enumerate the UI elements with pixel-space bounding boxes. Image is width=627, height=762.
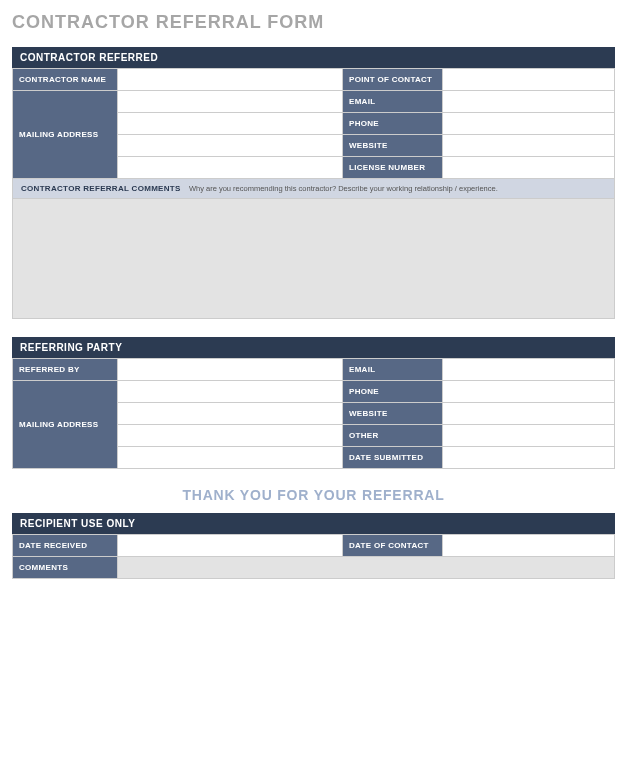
recipient-use-only-table: DATE RECEIVED DATE OF CONTACT COMMENTS	[12, 534, 615, 579]
email-label: EMAIL	[343, 91, 443, 113]
recipient-use-only-section: RECIPIENT USE ONLY DATE RECEIVED DATE OF…	[12, 513, 615, 579]
referral-comments-body[interactable]	[12, 199, 615, 319]
date-of-contact-value[interactable]	[443, 535, 615, 557]
rp-mailing-address-value-4[interactable]	[118, 447, 343, 469]
rp-mailing-address-value-2[interactable]	[118, 403, 343, 425]
rp-phone-value[interactable]	[443, 381, 615, 403]
referral-comments-hint: Why are you recommending this contractor…	[189, 184, 498, 193]
referred-by-value[interactable]	[118, 359, 343, 381]
referring-party-header: REFERRING PARTY	[12, 337, 615, 358]
mailing-address-label: MAILING ADDRESS	[13, 91, 118, 179]
referring-party-section: REFERRING PARTY REFERRED BY EMAIL MAILIN…	[12, 337, 615, 469]
recipient-comments-label: COMMENTS	[13, 557, 118, 579]
license-number-value[interactable]	[443, 157, 615, 179]
rp-mailing-address-value-3[interactable]	[118, 425, 343, 447]
mailing-address-value-2[interactable]	[118, 113, 343, 135]
point-of-contact-value[interactable]	[443, 69, 615, 91]
referring-party-table: REFERRED BY EMAIL MAILING ADDRESS PHONE …	[12, 358, 615, 469]
license-number-label: LICENSE NUMBER	[343, 157, 443, 179]
date-received-label: DATE RECEIVED	[13, 535, 118, 557]
referral-comments-label: CONTRACTOR REFERRAL COMMENTS	[21, 184, 181, 193]
mailing-address-value-1[interactable]	[118, 91, 343, 113]
rp-website-value[interactable]	[443, 403, 615, 425]
referred-by-label: REFERRED BY	[13, 359, 118, 381]
contractor-referred-header: CONTRACTOR REFERRED	[12, 47, 615, 68]
rp-email-label: EMAIL	[343, 359, 443, 381]
rp-other-value[interactable]	[443, 425, 615, 447]
thank-you-text: THANK YOU FOR YOUR REFERRAL	[12, 487, 615, 503]
rp-email-value[interactable]	[443, 359, 615, 381]
website-value[interactable]	[443, 135, 615, 157]
phone-value[interactable]	[443, 113, 615, 135]
rp-date-submitted-value[interactable]	[443, 447, 615, 469]
contractor-name-value[interactable]	[118, 69, 343, 91]
contractor-name-label: CONTRACTOR NAME	[13, 69, 118, 91]
rp-other-label: OTHER	[343, 425, 443, 447]
phone-label: PHONE	[343, 113, 443, 135]
contractor-referred-table: CONTRACTOR NAME POINT OF CONTACT MAILING…	[12, 68, 615, 179]
rp-date-submitted-label: DATE SUBMITTED	[343, 447, 443, 469]
point-of-contact-label: POINT OF CONTACT	[343, 69, 443, 91]
rp-website-label: WEBSITE	[343, 403, 443, 425]
email-value[interactable]	[443, 91, 615, 113]
date-of-contact-label: DATE OF CONTACT	[343, 535, 443, 557]
page-title: CONTRACTOR REFERRAL FORM	[12, 12, 615, 33]
website-label: WEBSITE	[343, 135, 443, 157]
contractor-referred-section: CONTRACTOR REFERRED CONTRACTOR NAME POIN…	[12, 47, 615, 319]
recipient-use-only-header: RECIPIENT USE ONLY	[12, 513, 615, 534]
mailing-address-value-3[interactable]	[118, 135, 343, 157]
mailing-address-value-4[interactable]	[118, 157, 343, 179]
rp-mailing-address-label: MAILING ADDRESS	[13, 381, 118, 469]
recipient-comments-value[interactable]	[118, 557, 615, 579]
referral-comments-header: CONTRACTOR REFERRAL COMMENTS Why are you…	[12, 179, 615, 199]
rp-mailing-address-value-1[interactable]	[118, 381, 343, 403]
rp-phone-label: PHONE	[343, 381, 443, 403]
date-received-value[interactable]	[118, 535, 343, 557]
